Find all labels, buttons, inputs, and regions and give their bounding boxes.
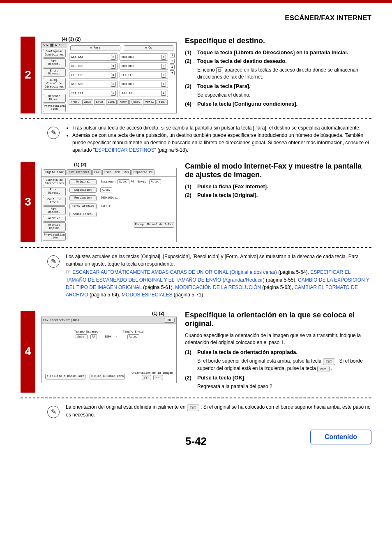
ss-rev-direcc[interactable]: Rev. Direcc. bbox=[43, 206, 66, 215]
ss-send-label: Tamaño Envío bbox=[122, 330, 144, 334]
ss-folleto-btn[interactable]: ▯ Folleto a Doble Cara bbox=[45, 374, 85, 379]
ss-counter: 5 ▶ ⬛ ▶ 15 bbox=[42, 43, 67, 48]
step2-sub2-num: (2) bbox=[185, 58, 197, 64]
ss-tab[interactable]: IJKL bbox=[106, 99, 117, 105]
contenido-button[interactable]: Contenido bbox=[310, 430, 371, 444]
step4-intro: Cuando especifique la orientación de la … bbox=[185, 332, 371, 346]
ss-entry[interactable]: HHH HHH@ bbox=[120, 81, 168, 88]
ss-entry[interactable]: DDD DDD✉ bbox=[120, 62, 168, 70]
ss-config-cond[interactable]: Configurar Condiciones bbox=[43, 49, 66, 58]
ss-conf-envio[interactable]: Conf. de Envío bbox=[43, 197, 66, 206]
ss-entry[interactable]: AAA AAA✉ bbox=[69, 53, 118, 61]
ss-entry[interactable]: EEE EEE☎ bbox=[69, 72, 118, 79]
step3-sub1: Pulse la ficha [Fax Internet]. bbox=[197, 183, 268, 190]
ss-busq-global[interactable]: Búsq. Global de Direcciones bbox=[43, 78, 66, 90]
ss-preview[interactable]: Previsualiza-ción bbox=[43, 232, 66, 241]
ss-page-1[interactable]: 1 bbox=[170, 53, 175, 58]
step2-sub3: Toque la tecla [Para]. bbox=[197, 83, 251, 89]
step2-screenshot: 5 ▶ ⬛ ▶ 15 Configurar Condiciones Rev. D… bbox=[41, 42, 177, 113]
ifax-icon: @ bbox=[216, 67, 223, 73]
step2-note: Tras pulsar una tecla de acceso directo,… bbox=[66, 124, 371, 154]
ss-down[interactable]: ▼ bbox=[170, 70, 175, 75]
ss-entry[interactable]: FFF FFF✉ bbox=[120, 72, 168, 79]
step3-sub1-num: (1) bbox=[185, 183, 197, 190]
ss-ordenar[interactable]: Ordenar Direc. bbox=[43, 94, 66, 102]
step2-sub1: Toque la tecla [Libreta de Direcciones] … bbox=[197, 49, 348, 56]
ss-tab-usb[interactable]: Esca. Mem. USB bbox=[102, 169, 131, 175]
ss-bloc-btn[interactable]: ▯ Bloc a Doble Cara bbox=[90, 374, 125, 379]
link-especificar-destinos[interactable]: ESPECIFICAR DESTINOS bbox=[95, 147, 154, 153]
step4-sub1: Pulse la tecla de orientación apropiada. bbox=[197, 349, 297, 355]
ss-modos-espec-btn[interactable]: Modos Espec. bbox=[69, 212, 97, 217]
ss-exposicion-btn[interactable]: Exposición bbox=[69, 187, 97, 193]
ss-scan-label: Tamaño Escaneo bbox=[74, 330, 99, 334]
ss-title: Fax Internet/Original bbox=[43, 319, 79, 322]
ss-tab[interactable]: QRSTU bbox=[129, 99, 142, 105]
ss-tab-frec[interactable]: Frec. bbox=[69, 99, 81, 105]
step2-title: Especifique el destino. bbox=[185, 37, 371, 45]
ss-entry[interactable]: III III✉ bbox=[69, 90, 118, 97]
ss-rev-direcc[interactable]: Rev. Direcc. bbox=[43, 58, 66, 67]
ss-entry[interactable]: JJJ JJJ☎ bbox=[120, 90, 168, 97]
ss-entry[interactable]: GGG GGG✉ bbox=[69, 81, 118, 88]
step-4-marker: 4 bbox=[21, 311, 35, 393]
step3-screenshot: DigitalizarFax InternetFaxEsca. Mem. USB… bbox=[41, 168, 177, 242]
ss-cc-btn[interactable]: ✉ Cc bbox=[124, 45, 174, 51]
step3-sub2: Pulse la tecla [Original]. bbox=[197, 192, 258, 198]
divider bbox=[21, 398, 371, 398]
ss-tab-digitalizar[interactable]: Digitalizar bbox=[43, 169, 66, 175]
ss-tab[interactable]: ABCD bbox=[82, 99, 93, 105]
ss-up[interactable]: ▲ bbox=[170, 65, 175, 69]
pencil-note-icon: ✎ bbox=[47, 255, 60, 268]
ss-orient-landscape[interactable]: ▭▭ bbox=[153, 375, 163, 380]
link-modif-resolucion[interactable]: MODIFICACIÓN DE LA RESOLUCIÓN bbox=[175, 284, 261, 290]
ss-tab[interactable]: EFGH bbox=[94, 99, 105, 105]
step4-screenshot: Fax Internet/Original OK Tamaño Escaneo … bbox=[41, 317, 177, 383]
ss-recep-manual[interactable]: Recep. Manual de I-Fax bbox=[134, 222, 174, 228]
ss-archivo-rapido[interactable]: Archivo Rápido bbox=[43, 222, 66, 231]
ss-tab-fax[interactable]: Fax bbox=[92, 169, 102, 175]
orient-portrait-icon: ▢▢ bbox=[323, 358, 335, 365]
step2-sub4: Pulse la tecla [Configurar condiciones]. bbox=[197, 101, 297, 107]
step4-sub1-desc: Si el borde superior del original está a… bbox=[197, 358, 371, 372]
step4-sub2-num: (2) bbox=[185, 375, 197, 381]
ss-entry[interactable]: BBB BBB@ bbox=[120, 53, 168, 61]
ss-orient-label: Orientación de la Imagen bbox=[131, 371, 174, 375]
pencil-note-icon: ✎ bbox=[47, 127, 60, 139]
ss-entr-direcc[interactable]: Entr. Direcc. bbox=[43, 68, 66, 77]
link-modos-especiales[interactable]: MODOS ESPECIALES bbox=[122, 292, 172, 298]
orient-landscape-icon: ▭▭ bbox=[317, 366, 330, 372]
step4-sub1-num: (1) bbox=[185, 349, 197, 355]
ss-libreta[interactable]: Libreta de Direcciones bbox=[43, 178, 66, 186]
ss-tab-pc[interactable]: Explorar PC bbox=[131, 169, 154, 175]
step2-callouts: (4) (3) (2) bbox=[41, 37, 177, 42]
ss-page-2[interactable]: 2 bbox=[170, 59, 175, 64]
step2-sub4-num: (4) bbox=[185, 101, 197, 107]
step2-sub1-num: (1) bbox=[185, 49, 197, 56]
ss-tab[interactable]: MNOP bbox=[118, 99, 129, 105]
step4-callouts: (1) (2) bbox=[41, 311, 177, 316]
ss-ok-btn[interactable]: OK bbox=[164, 318, 175, 323]
ss-form-archivo-btn[interactable]: Form. Archivo bbox=[69, 204, 97, 209]
pencil-note-icon: ✎ bbox=[47, 406, 60, 418]
ss-para-btn[interactable]: ✉ Para bbox=[70, 45, 120, 51]
ss-original-btn[interactable]: Original bbox=[69, 179, 97, 185]
step4-title: Especifique la orientación en la que se … bbox=[185, 311, 371, 328]
step-2-marker: 2 bbox=[21, 37, 35, 113]
ss-tab[interactable]: etc. bbox=[157, 99, 168, 105]
ss-tab-fax-internet[interactable]: Fax Internet bbox=[67, 169, 91, 175]
ss-pct: 100% bbox=[104, 335, 112, 339]
step4-note: La orientación del original está definid… bbox=[66, 403, 371, 419]
ss-entr-direcc[interactable]: Entr. Direcc. bbox=[43, 187, 66, 196]
divider bbox=[21, 247, 371, 248]
ss-orient-portrait[interactable]: ▢▢ bbox=[142, 375, 152, 380]
ss-archivo[interactable]: Archivo bbox=[43, 216, 66, 222]
ss-tab[interactable]: VWXYZ bbox=[143, 99, 156, 105]
ss-resolucion-btn[interactable]: Resolución bbox=[69, 195, 97, 201]
step4-sub2: Pulse la tecla [OK]. bbox=[197, 375, 246, 381]
step3-callouts: (1) (2) bbox=[41, 162, 177, 167]
ss-preview[interactable]: Previsualiza-ción bbox=[43, 104, 66, 112]
link-escanear-auto[interactable]: ESCANEAR AUTOMÁTICAMENTE AMBAS CARAS DE … bbox=[72, 269, 277, 275]
ss-entry[interactable]: CCC CCC☎ bbox=[69, 62, 118, 70]
orient-portrait-icon: ▢▢ bbox=[187, 405, 199, 411]
